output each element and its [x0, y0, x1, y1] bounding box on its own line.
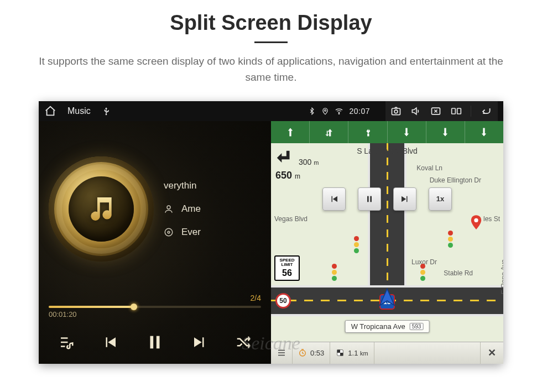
traffic-light-icon: [448, 231, 454, 248]
disc-icon: [164, 227, 174, 237]
map-label-koval: Koval Ln: [416, 164, 442, 172]
svg-rect-11: [157, 336, 160, 349]
turn-distance-2: 650: [275, 170, 292, 181]
artist-row: Ame: [164, 203, 265, 215]
wifi-icon: [335, 107, 343, 116]
turn-unit-1: m: [314, 159, 319, 166]
music-player-pane: verythin Ame Ever: [39, 121, 271, 364]
footer-menu-button[interactable]: [271, 342, 293, 364]
vehicle-position-icon: [376, 287, 398, 311]
split-screen-icon[interactable]: [450, 106, 463, 117]
svg-point-14: [474, 218, 478, 222]
map-label-duke: Duke Ellington Dr: [430, 176, 481, 184]
footer-eta: 0:53: [293, 342, 330, 364]
map-label-reno: E Reno Ave: [500, 259, 503, 294]
album-row: Ever: [164, 227, 265, 238]
turn-unit-2: m: [295, 173, 300, 180]
svg-rect-17: [337, 350, 340, 353]
close-app-icon[interactable]: [430, 106, 442, 117]
system-status-bar: Music 20:07: [39, 101, 503, 121]
sim-next-button[interactable]: [393, 187, 416, 211]
status-clock: 20:07: [349, 107, 370, 116]
shuffle-button[interactable]: [231, 330, 256, 355]
svg-rect-13: [370, 196, 372, 202]
album-art-ring: [49, 156, 154, 262]
previous-button[interactable]: [97, 330, 123, 355]
head-unit-screen: Music 20:07: [39, 101, 503, 364]
traffic-light-icon: [354, 236, 359, 253]
turn-left-icon: [275, 148, 294, 166]
page-title: Split Screen Display: [0, 11, 542, 35]
traffic-light-icon: [332, 264, 337, 281]
sim-speed-button[interactable]: 1x: [429, 187, 452, 211]
playlist-button[interactable]: [54, 330, 79, 355]
footer-close-button[interactable]: ✕: [480, 342, 503, 364]
upcoming-street-label: S Las Vegas Blvd: [357, 147, 418, 155]
svg-rect-18: [340, 353, 343, 356]
svg-rect-2: [392, 108, 400, 115]
music-note-icon: [86, 194, 117, 224]
usb-icon: [102, 107, 111, 116]
turn-instructions: 300 m 650 m: [275, 148, 319, 181]
svg-rect-10: [150, 336, 153, 349]
bluetooth-icon: [308, 107, 316, 115]
back-icon[interactable]: [479, 106, 493, 117]
pause-button[interactable]: [141, 328, 169, 356]
location-icon: [321, 107, 329, 115]
track-index: 2/4: [251, 294, 261, 302]
sim-prev-button[interactable]: [322, 187, 346, 211]
svg-point-3: [394, 110, 398, 113]
current-road-tag: 593: [410, 323, 424, 330]
svg-point-8: [165, 228, 173, 236]
map-footer-bar: 0:53 1.1 km ✕: [271, 342, 503, 364]
map-label-vegas: Vegas Blvd: [274, 215, 308, 223]
progress-slider[interactable]: [49, 306, 261, 308]
destination-pin-icon: [470, 215, 481, 229]
traffic-light-icon: [420, 264, 426, 281]
title-underline: [254, 41, 288, 43]
screenshot-icon[interactable]: [390, 106, 402, 117]
svg-point-0: [325, 109, 326, 111]
lane-assist-bar: [271, 121, 503, 143]
elapsed-time: 00:01:20: [39, 308, 271, 318]
status-app-label: Music: [67, 106, 91, 116]
navigation-map-pane[interactable]: S Las Vegas Blvd 300 m 650 m: [271, 121, 503, 364]
sim-pause-button[interactable]: [358, 187, 381, 211]
artist-text: Ame: [181, 203, 201, 215]
track-title-row: verythin: [164, 180, 265, 191]
home-icon[interactable]: [44, 105, 56, 117]
svg-rect-6: [457, 108, 461, 114]
svg-point-9: [168, 231, 170, 233]
map-label-les: les St: [483, 215, 500, 223]
page-subtitle: It supports the same screen display of t…: [30, 53, 512, 86]
map-label-stable: Stable Rd: [444, 269, 473, 277]
current-road-chip: W Tropicana Ave 593: [345, 320, 430, 333]
album-text: Ever: [181, 227, 201, 238]
artist-icon: [164, 204, 174, 214]
svg-rect-5: [452, 108, 456, 114]
track-title-text: verythin: [164, 180, 197, 191]
sim-controls: 1x: [271, 187, 503, 211]
svg-point-1: [339, 113, 340, 114]
speed-limit-sign: SPEED LIMIT 56: [274, 255, 300, 281]
footer-distance: 1.1 km: [330, 342, 374, 364]
svg-point-7: [167, 206, 170, 209]
next-button[interactable]: [187, 330, 212, 355]
svg-rect-12: [367, 196, 369, 202]
current-road-name: W Tropicana Ave: [351, 322, 405, 331]
turn-distance-1: 300: [299, 158, 311, 166]
circular-speed-sign: 50: [275, 293, 291, 309]
volume-icon[interactable]: [410, 106, 422, 117]
